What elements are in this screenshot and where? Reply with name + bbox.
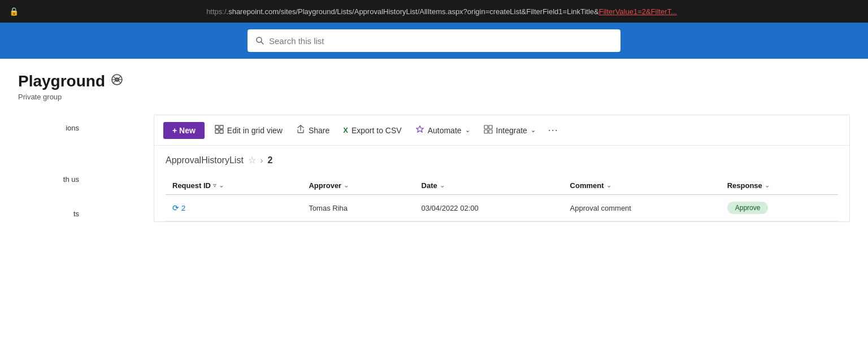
- address-bar: 🔒 https:/.sharepoint.com/sites/Playgroun…: [0, 0, 868, 23]
- svg-rect-5: [215, 125, 219, 129]
- integrate-label: Integrate: [496, 126, 527, 135]
- edit-grid-button[interactable]: Edit in grid view: [209, 121, 288, 140]
- site-title: Playground: [18, 72, 105, 90]
- search-bar-container: [0, 23, 868, 59]
- cell-request-id: ⟳ 2: [166, 195, 302, 221]
- comment-value: Approval comment: [570, 204, 631, 212]
- col-approver[interactable]: Approver ⌄: [302, 177, 414, 195]
- integrate-icon: [484, 125, 493, 136]
- col-date[interactable]: Date ⌄: [415, 177, 563, 195]
- automate-label: Automate: [428, 126, 462, 135]
- sidebar-partial: ions th us ts: [18, 115, 86, 223]
- svg-line-1: [261, 42, 263, 44]
- new-button[interactable]: + New: [163, 122, 205, 139]
- url-domain: .sharepoint.com/sites/Playground/Lists/A…: [227, 7, 599, 16]
- col-request-id[interactable]: Request ID ▿ ⌄: [166, 177, 302, 195]
- edit-grid-label: Edit in grid view: [227, 126, 283, 135]
- sort-icon-approver[interactable]: ⌄: [344, 182, 349, 189]
- main-content: Playground Private group ions th us ts: [0, 59, 868, 223]
- response-badge: Approve: [727, 202, 769, 214]
- share-icon: [296, 125, 305, 136]
- data-table: Request ID ▿ ⌄ Approver ⌄: [166, 177, 838, 221]
- url-text: https:/.sharepoint.com/sites/Playground/…: [24, 7, 859, 16]
- col-response[interactable]: Response ⌄: [721, 177, 838, 195]
- table-row: ⟳ 2 Tomas Riha 03/04/2022 02:00: [166, 195, 838, 221]
- col-request-id-label: Request ID: [172, 181, 211, 190]
- export-label: Export to CSV: [351, 126, 402, 135]
- list-breadcrumb: ApprovalHistoryList ☆ › 2: [166, 155, 838, 165]
- automate-button[interactable]: Automate ⌄: [410, 121, 476, 139]
- svg-rect-9: [484, 125, 488, 129]
- favorite-star-icon[interactable]: ☆: [248, 155, 256, 165]
- request-id-value[interactable]: 2: [181, 204, 185, 212]
- site-settings-icon[interactable]: [111, 73, 123, 89]
- sort-icon-response[interactable]: ⌄: [765, 182, 770, 189]
- sort-icon-comment[interactable]: ⌄: [606, 182, 611, 189]
- cell-approver: Tomas Riha: [302, 195, 414, 221]
- svg-rect-7: [215, 130, 219, 133]
- breadcrumb-chevron-icon: ›: [261, 156, 263, 165]
- share-button[interactable]: Share: [290, 121, 335, 140]
- sidebar-item-2[interactable]: th us: [18, 171, 86, 188]
- grid-icon: [215, 125, 224, 136]
- svg-rect-11: [484, 130, 488, 133]
- list-name: ApprovalHistoryList: [166, 155, 244, 165]
- sort-icon-date[interactable]: ⌄: [440, 182, 445, 189]
- col-response-label: Response: [727, 181, 762, 190]
- list-main: + New Edit in grid view: [86, 115, 850, 223]
- svg-rect-10: [489, 125, 492, 129]
- date-value: 03/04/2022 02:00: [422, 204, 479, 212]
- list-count: 2: [268, 155, 273, 165]
- list-area: + New Edit in grid view: [154, 115, 850, 222]
- site-subtitle: Private group: [18, 93, 850, 101]
- svg-rect-12: [489, 130, 492, 133]
- cell-comment: Approval comment: [563, 195, 721, 221]
- share-label: Share: [309, 126, 329, 135]
- col-comment[interactable]: Comment ⌄: [563, 177, 721, 195]
- more-actions-button[interactable]: ···: [544, 121, 563, 140]
- table-header-row: Request ID ▿ ⌄ Approver ⌄: [166, 177, 838, 195]
- svg-rect-8: [220, 130, 223, 133]
- svg-rect-6: [220, 125, 223, 129]
- site-title-row: Playground: [18, 72, 850, 90]
- integrate-chevron-icon: ⌄: [531, 127, 536, 134]
- filter-icon[interactable]: ▿: [213, 182, 216, 189]
- url-base: https:/: [206, 7, 226, 16]
- integrate-button[interactable]: Integrate ⌄: [478, 121, 541, 140]
- col-approver-label: Approver: [309, 181, 341, 190]
- search-input[interactable]: [269, 36, 613, 46]
- page-layout: ions th us ts + New: [18, 115, 850, 223]
- col-comment-label: Comment: [570, 181, 604, 190]
- cell-response: Approve: [721, 195, 838, 221]
- toolbar: + New Edit in grid view: [154, 115, 849, 146]
- export-button[interactable]: X Export to CSV: [337, 123, 407, 138]
- approver-value: Tomas Riha: [309, 204, 348, 212]
- lock-icon: 🔒: [9, 7, 19, 16]
- automate-icon: [415, 125, 424, 136]
- url-highlight: FilterValue1=2&FilterT...: [599, 7, 677, 16]
- search-input-wrapper[interactable]: [248, 29, 620, 52]
- sidebar-item-1[interactable]: ions: [18, 119, 86, 137]
- list-content: ApprovalHistoryList ☆ › 2 Request ID: [154, 146, 849, 221]
- sidebar-item-3[interactable]: ts: [18, 205, 86, 223]
- col-date-label: Date: [422, 181, 437, 190]
- loading-icon: ⟳: [172, 203, 179, 212]
- search-icon: [255, 36, 264, 45]
- automate-chevron-icon: ⌄: [465, 127, 470, 134]
- cell-date: 03/04/2022 02:00: [415, 195, 563, 221]
- excel-icon: X: [343, 126, 348, 134]
- sort-icon-request-id[interactable]: ⌄: [219, 182, 224, 189]
